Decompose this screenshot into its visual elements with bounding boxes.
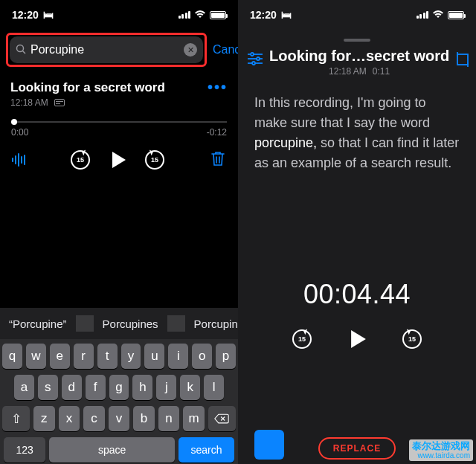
key-t[interactable]: t: [97, 344, 118, 369]
key-x[interactable]: x: [59, 406, 80, 431]
key-s[interactable]: s: [38, 375, 58, 400]
remaining-time: -0:12: [207, 127, 227, 138]
elapsed-time: 0:00: [11, 127, 28, 138]
recording-item[interactable]: Looking for a secret word ••• 12:18 AM 0…: [0, 71, 238, 138]
svg-point-0: [17, 45, 24, 51]
highlight-box: ✕: [6, 33, 207, 67]
key-l[interactable]: l: [204, 375, 224, 400]
battery-icon: [448, 11, 464, 19]
key-backspace[interactable]: [208, 406, 236, 431]
transcript-text[interactable]: In this recording, I'm going to make sur…: [238, 77, 476, 190]
options-icon[interactable]: [247, 52, 263, 68]
watermark-brand: 泰尔达游戏网: [412, 441, 470, 451]
waveform-icon[interactable]: [12, 153, 25, 167]
key-i[interactable]: i: [168, 344, 188, 369]
recording-time-label: 12:18 AM: [10, 97, 48, 108]
delete-button[interactable]: [210, 149, 226, 170]
key-c[interactable]: c: [83, 406, 105, 431]
key-u[interactable]: u: [144, 344, 164, 369]
key-k[interactable]: k: [180, 375, 200, 400]
skip-forward-button[interactable]: 15: [402, 329, 422, 349]
key-g[interactable]: g: [109, 375, 129, 400]
skip-back-button[interactable]: 15: [292, 329, 312, 349]
key-h[interactable]: h: [132, 375, 152, 400]
playback-controls: 15 15: [0, 138, 238, 182]
svg-line-1: [23, 51, 26, 54]
svg-rect-8: [457, 54, 468, 65]
sheet-grabber[interactable]: [344, 39, 370, 42]
key-a[interactable]: a: [14, 375, 34, 400]
key-w[interactable]: w: [26, 344, 46, 369]
key-d[interactable]: d: [62, 375, 82, 400]
svg-point-5: [257, 57, 260, 60]
key-e[interactable]: e: [50, 344, 70, 369]
recording-title: Looking for…secret word: [269, 48, 449, 65]
app-switcher-icon[interactable]: [254, 430, 284, 460]
replace-button[interactable]: REPLACE: [318, 437, 396, 460]
cellular-icon: [416, 11, 429, 19]
key-v[interactable]: v: [109, 406, 130, 431]
sheet-header: Looking for…secret word 12:18 AM 0:11: [238, 48, 476, 77]
status-bar: 12:20 🛏: [238, 0, 476, 30]
bed-icon: 🛏: [43, 9, 54, 21]
clear-search-button[interactable]: ✕: [184, 43, 197, 57]
key-n[interactable]: n: [158, 406, 180, 431]
play-button[interactable]: [112, 152, 126, 168]
recording-title: Looking for a secret word: [10, 80, 165, 95]
status-time: 12:20: [12, 9, 39, 21]
cellular-icon: [178, 11, 191, 19]
search-row: ✕ Cancel: [0, 30, 238, 71]
scrubber[interactable]: 0:00 -0:12: [10, 121, 228, 138]
skip-forward-button[interactable]: 15: [145, 150, 164, 170]
svg-point-3: [251, 53, 254, 56]
keyboard: q w e r t y u i o p a s d f g h j k l ⇧ …: [0, 339, 238, 464]
kb-row-1: q w e r t y u i o p: [2, 344, 236, 369]
key-o[interactable]: o: [192, 344, 212, 369]
key-p[interactable]: p: [216, 344, 236, 369]
search-field[interactable]: ✕: [10, 36, 203, 63]
key-j[interactable]: j: [156, 375, 176, 400]
transcript-pre: In this recording, I'm going to make sur…: [254, 95, 430, 130]
watermark-url: www.tairda.com: [417, 451, 470, 460]
kb-row-2: a s d f g h j k l: [2, 375, 236, 400]
watermark: 泰尔达游戏网 www.tairda.com: [409, 439, 473, 461]
wifi-icon: [432, 9, 444, 21]
trim-icon[interactable]: [455, 52, 470, 70]
key-m[interactable]: m: [183, 406, 205, 431]
playback-time: 00:04.44: [238, 279, 476, 310]
phone-left-voice-memos: 12:20 🛏 ✕ Cancel Looking for a secret wo…: [0, 0, 238, 464]
key-b[interactable]: b: [133, 406, 155, 431]
transcript-highlight: porcupine,: [254, 135, 317, 150]
wifi-icon: [194, 9, 206, 21]
key-z[interactable]: z: [33, 406, 55, 431]
key-shift[interactable]: ⇧: [2, 406, 30, 431]
search-icon: [16, 44, 26, 57]
phone-right-transcript: 12:20 🛏 Looking for…secret word 12:18 AM…: [238, 0, 476, 464]
kb-row-4: 123 space search: [2, 437, 236, 463]
recording-time-label: 12:18 AM: [329, 66, 367, 77]
kb-row-3: ⇧ z x c v b n m: [2, 406, 236, 431]
key-y[interactable]: y: [121, 344, 141, 369]
recording-duration: 0:11: [373, 66, 390, 77]
more-button[interactable]: •••: [208, 79, 228, 96]
keyboard-suggestions: Porcupine Porcupines Porcupine's: [0, 308, 238, 339]
key-space[interactable]: space: [49, 437, 175, 463]
playback-controls: 15 15: [238, 329, 476, 349]
transcript-icon: [54, 99, 65, 106]
key-mode[interactable]: 123: [4, 437, 45, 463]
status-time: 12:20: [250, 9, 277, 21]
play-button[interactable]: [351, 330, 366, 348]
key-r[interactable]: r: [74, 344, 94, 369]
svg-point-7: [252, 62, 255, 65]
suggestion-1[interactable]: Porcupine: [0, 318, 76, 330]
key-q[interactable]: q: [2, 344, 22, 369]
key-f[interactable]: f: [86, 375, 106, 400]
suggestion-2[interactable]: Porcupines: [94, 318, 167, 330]
status-bar: 12:20 🛏: [0, 0, 238, 30]
battery-icon: [210, 11, 226, 19]
skip-back-button[interactable]: 15: [71, 150, 90, 170]
key-search[interactable]: search: [178, 437, 234, 463]
bed-icon: 🛏: [281, 9, 292, 21]
search-input[interactable]: [30, 43, 179, 57]
